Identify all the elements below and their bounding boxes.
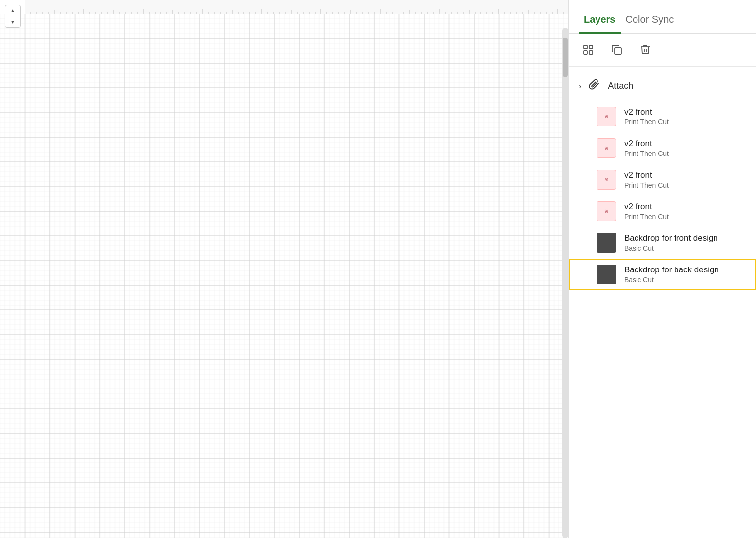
vertical-scrollbar[interactable] [562,28,568,538]
print-then-cut-icon: ⌘ [605,177,608,183]
layer-toolbar [569,34,756,67]
scroll-controls: ▲ ▼ [5,5,21,28]
layer-thumbnail: ⌘ [597,170,616,190]
layer-info: v2 frontPrint Then Cut [624,170,669,189]
grid-area [0,14,568,538]
layer-item[interactable]: ⌘v2 frontPrint Then Cut [569,164,756,195]
group-icon [582,44,594,56]
delete-icon [639,44,651,56]
layer-thumbnail [597,265,616,284]
layer-item[interactable]: Backdrop for back designBasic Cut [569,259,756,290]
layer-info: Backdrop for front designBasic Cut [624,233,718,252]
layer-item[interactable]: ⌘v2 frontPrint Then Cut [569,132,756,164]
layer-type: Basic Cut [624,276,719,284]
layer-name: Backdrop for back design [624,265,719,275]
layer-thumbnail: ⌘ [597,201,616,221]
layer-name: v2 front [624,170,669,180]
layer-name: Backdrop for front design [624,233,718,243]
layer-type: Print Then Cut [624,150,669,157]
svg-rect-4 [615,48,621,54]
right-panel: Layers Color Sync [568,0,756,538]
layer-name: v2 front [624,202,669,212]
svg-rect-3 [589,51,593,54]
layers-container: ⌘v2 frontPrint Then Cut⌘v2 frontPrint Th… [569,101,756,290]
grid-canvas [0,14,568,538]
layer-info: v2 frontPrint Then Cut [624,107,669,126]
layer-list: › Attach ⌘v2 frontPrint Then Cut⌘v2 fron… [569,67,756,538]
print-then-cut-icon: ⌘ [605,145,608,152]
ruler [25,0,568,14]
duplicate-icon [611,44,623,56]
scroll-down-button[interactable]: ▼ [5,16,20,27]
layer-type: Print Then Cut [624,213,669,221]
print-then-cut-icon: ⌘ [605,208,608,215]
layer-type: Print Then Cut [624,118,669,126]
tabs-header: Layers Color Sync [569,0,756,34]
attach-label: Attach [608,81,633,91]
svg-rect-0 [584,45,587,49]
tab-layers[interactable]: Layers [579,14,621,34]
group-button[interactable] [579,40,597,59]
paperclip-icon [588,78,601,91]
layer-thumbnail [597,233,616,253]
attach-group[interactable]: › Attach [569,72,756,101]
layer-thumbnail: ⌘ [597,138,616,158]
layer-name: v2 front [624,139,669,149]
tab-color-sync[interactable]: Color Sync [621,14,679,34]
layer-item[interactable]: Backdrop for front designBasic Cut [569,227,756,259]
svg-rect-1 [589,45,593,49]
svg-rect-2 [584,51,587,54]
layer-info: Backdrop for back designBasic Cut [624,265,719,284]
ruler-canvas [25,0,568,14]
layer-thumbnail: ⌘ [597,107,616,126]
layer-info: v2 frontPrint Then Cut [624,202,669,221]
delete-button[interactable] [636,40,655,59]
print-then-cut-icon: ⌘ [605,114,608,120]
duplicate-button[interactable] [607,40,626,59]
attach-icon [588,78,601,94]
layer-item[interactable]: ⌘v2 frontPrint Then Cut [569,101,756,132]
layer-item[interactable]: ⌘v2 frontPrint Then Cut [569,195,756,227]
layer-type: Basic Cut [624,244,718,252]
canvas-area: ▲ ▼ [0,0,568,538]
layer-info: v2 frontPrint Then Cut [624,139,669,157]
layer-name: v2 front [624,107,669,117]
scroll-up-button[interactable]: ▲ [5,5,20,16]
chevron-right-icon: › [579,82,581,91]
layer-type: Print Then Cut [624,181,669,189]
scrollbar-thumb [563,38,568,77]
